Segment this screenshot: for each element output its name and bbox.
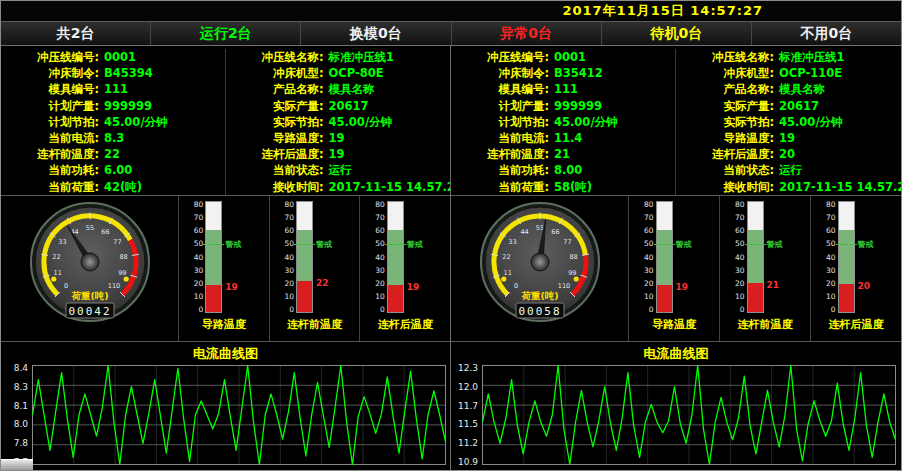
info-row: 当前荷重: 58(吨) bbox=[451, 179, 675, 195]
info-label: 导路温度: bbox=[676, 130, 774, 146]
info-row: 冲压线编号: 0001 bbox=[1, 49, 225, 65]
scale-tick: 80 bbox=[373, 201, 385, 208]
scale-tick: 80 bbox=[282, 201, 294, 208]
svg-text:0: 0 bbox=[63, 282, 67, 290]
svg-text:44: 44 bbox=[520, 227, 528, 235]
thermometer-bar bbox=[747, 201, 764, 313]
load-gauge: 0112233445566778899110荷重(吨)00058 bbox=[451, 196, 629, 341]
scale-tick: 70 bbox=[642, 214, 654, 221]
y-tick-label: 8.4 bbox=[1, 364, 28, 372]
taskbar-fragment[interactable] bbox=[1, 459, 33, 470]
status-label: 运行2台 bbox=[200, 25, 252, 43]
scale-tick: 50 bbox=[282, 240, 294, 247]
thermometer-bar bbox=[205, 201, 222, 313]
scale-tick: 60 bbox=[733, 227, 745, 234]
info-label: 接收时间: bbox=[226, 179, 324, 195]
info-value: 20 bbox=[779, 146, 795, 162]
info-value: 模具名称 bbox=[329, 81, 375, 97]
status-filter[interactable]: 运行2台 bbox=[151, 22, 301, 45]
thermometer-annotations: 警戒22 bbox=[313, 201, 347, 313]
svg-text:88: 88 bbox=[119, 252, 127, 260]
info-value: 运行 bbox=[779, 162, 802, 178]
current-line-chart bbox=[481, 364, 898, 466]
info-label: 计划节拍: bbox=[451, 114, 549, 130]
info-label: 当前荷重: bbox=[1, 179, 99, 195]
info-column: 冲压线名称: 标准冲压线1 冲床机型: OCP-110E 产品名称: 模具名称 bbox=[676, 49, 901, 195]
info-row: 冲床制令: B45394 bbox=[1, 65, 225, 81]
info-value: 111 bbox=[554, 81, 578, 97]
info-row: 连杆前温度: 22 bbox=[1, 146, 225, 162]
thermometer-label: 导路温度 bbox=[652, 317, 696, 332]
svg-text:00058: 00058 bbox=[518, 305, 561, 318]
thermometer-annotations: 警戒19 bbox=[222, 201, 256, 313]
warning-line bbox=[836, 244, 857, 245]
svg-text:99: 99 bbox=[118, 268, 126, 276]
y-tick-label: 8.0 bbox=[1, 420, 28, 428]
status-bar: 共2台 运行2台 换模0台 异常0台 待机0台 不用0台 bbox=[1, 22, 901, 46]
temperature-fill bbox=[297, 281, 312, 312]
y-tick-label: 10.9 bbox=[451, 458, 478, 466]
info-value: 模具名称 bbox=[779, 81, 825, 97]
thermometer-body: 80706050403020100警戒22 bbox=[282, 201, 347, 313]
info-label: 当前功耗: bbox=[451, 162, 549, 178]
thermometer-label: 连杆后温度 bbox=[378, 317, 433, 332]
scale-tick: 70 bbox=[282, 214, 294, 221]
info-value: 999999 bbox=[554, 98, 602, 114]
status-filter[interactable]: 待机0台 bbox=[602, 22, 752, 45]
scale-tick: 0 bbox=[824, 306, 836, 313]
svg-text:110: 110 bbox=[557, 282, 569, 290]
warning-label: 警戒 bbox=[858, 239, 874, 250]
chart-y-axis: 12.312.011.711.511.210.9 bbox=[451, 364, 481, 466]
info-row: 当前功耗: 8.00 bbox=[451, 162, 675, 178]
scale-tick: 50 bbox=[191, 240, 203, 247]
status-filter[interactable]: 不用0台 bbox=[752, 22, 901, 45]
info-row: 冲压线名称: 标准冲压线1 bbox=[676, 49, 901, 65]
info-label: 实际节拍: bbox=[676, 114, 774, 130]
scale-tick: 10 bbox=[373, 293, 385, 300]
thermometer-scale: 80706050403020100 bbox=[191, 201, 205, 313]
info-label: 产品名称: bbox=[676, 81, 774, 97]
thermometer-value: 22 bbox=[316, 278, 329, 288]
info-row: 模具编号: 111 bbox=[1, 81, 225, 97]
scale-tick: 30 bbox=[373, 267, 385, 274]
top-bar: 2017年11月15日 14:57:27 bbox=[1, 1, 901, 22]
thermometer-value: 19 bbox=[225, 282, 238, 292]
info-row: 当前状态: 运行 bbox=[676, 162, 901, 178]
info-column: 冲压线编号: 0001 冲床制令: B45394 模具编号: 111 bbox=[1, 49, 226, 195]
info-row: 冲床机型: OCP-80E bbox=[226, 65, 451, 81]
load-gauge: 0112233445566778899110荷重(吨)00042 bbox=[1, 196, 179, 341]
svg-text:33: 33 bbox=[58, 238, 66, 246]
info-value: 0001 bbox=[104, 49, 136, 65]
scale-tick: 60 bbox=[282, 227, 294, 234]
status-filter[interactable]: 换模0台 bbox=[301, 22, 451, 45]
info-value: B35412 bbox=[554, 65, 603, 81]
svg-text:66: 66 bbox=[551, 227, 559, 235]
main-area: 冲压线编号: 0001 冲床制令: B45394 模具编号: 111 bbox=[1, 46, 901, 470]
info-row: 导路温度: 19 bbox=[226, 130, 451, 146]
scale-tick: 10 bbox=[642, 293, 654, 300]
info-label: 当前状态: bbox=[226, 162, 324, 178]
scale-tick: 80 bbox=[642, 201, 654, 208]
normal-zone bbox=[657, 230, 672, 287]
info-row: 导路温度: 19 bbox=[676, 130, 901, 146]
info-value: 11.4 bbox=[554, 130, 582, 146]
scale-tick: 30 bbox=[824, 267, 836, 274]
info-row: 冲床机型: OCP-110E bbox=[676, 65, 901, 81]
svg-text:22: 22 bbox=[502, 252, 510, 260]
info-value: 21 bbox=[554, 146, 570, 162]
info-label: 连杆前温度: bbox=[451, 146, 549, 162]
scale-tick: 50 bbox=[733, 240, 745, 247]
info-value: 20617 bbox=[329, 98, 369, 114]
current-line-chart bbox=[31, 364, 448, 466]
warning-line bbox=[745, 244, 766, 245]
info-row: 冲床制令: B35412 bbox=[451, 65, 675, 81]
thermometer-annotations: 警戒19 bbox=[673, 201, 707, 313]
status-filter[interactable]: 异常0台 bbox=[452, 22, 602, 45]
scale-tick: 40 bbox=[642, 254, 654, 261]
info-label: 产品名称: bbox=[226, 81, 324, 97]
info-value: 19 bbox=[329, 146, 345, 162]
status-filter[interactable]: 共2台 bbox=[1, 22, 151, 45]
status-label: 共2台 bbox=[57, 25, 95, 43]
info-label: 模具编号: bbox=[451, 81, 549, 97]
scale-tick: 50 bbox=[373, 240, 385, 247]
